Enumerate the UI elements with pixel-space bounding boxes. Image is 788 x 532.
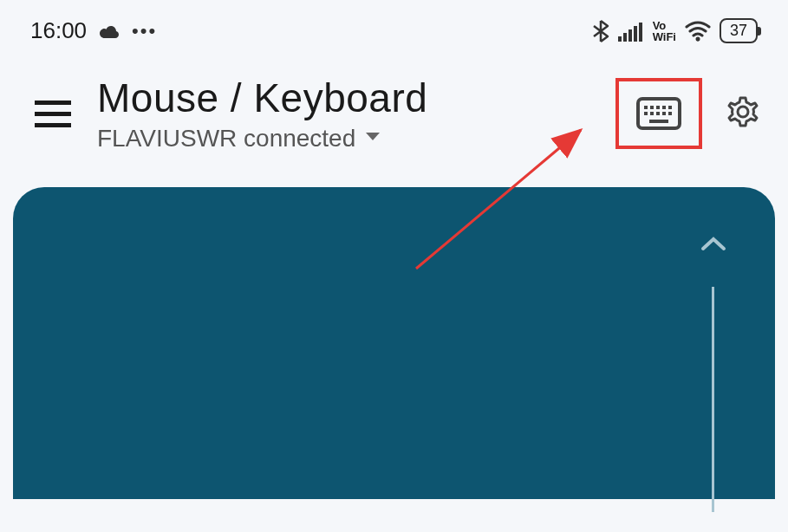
wifi-icon	[685, 21, 711, 42]
svg-rect-7	[644, 106, 648, 109]
connection-dropdown[interactable]: FLAVIUSWR connected	[97, 125, 589, 152]
page-title: Mouse / Keyboard	[97, 75, 589, 121]
battery-indicator: 37	[720, 18, 758, 43]
signal-icon	[618, 21, 644, 42]
status-time: 16:00	[30, 17, 87, 44]
keyboard-button[interactable]	[615, 78, 702, 149]
svg-rect-9	[656, 106, 660, 109]
svg-rect-16	[668, 112, 672, 115]
header-actions	[615, 78, 762, 149]
svg-rect-12	[644, 112, 648, 115]
scroll-track[interactable]	[712, 287, 714, 512]
svg-rect-11	[668, 106, 672, 109]
chevron-down-icon	[364, 131, 381, 146]
svg-rect-1	[623, 33, 627, 42]
status-bar: 16:00 ••• Vo WiFi	[0, 0, 788, 53]
menu-button[interactable]	[35, 101, 71, 127]
svg-rect-3	[634, 26, 637, 42]
svg-rect-14	[656, 112, 660, 115]
touchpad-area[interactable]	[13, 187, 775, 499]
connection-status: FLAVIUSWR connected	[97, 125, 355, 152]
more-icon: •••	[132, 20, 157, 42]
cloud-icon	[97, 23, 121, 40]
scroll-chevron-up-icon[interactable]	[700, 235, 727, 256]
svg-rect-15	[662, 112, 666, 115]
bluetooth-icon	[592, 19, 609, 43]
svg-point-18	[738, 107, 748, 117]
svg-rect-13	[650, 112, 654, 115]
svg-rect-10	[662, 106, 666, 109]
svg-rect-8	[650, 106, 654, 109]
svg-rect-17	[649, 120, 668, 123]
status-right: Vo WiFi 37	[592, 18, 758, 43]
svg-rect-0	[618, 36, 622, 42]
app-header: Mouse / Keyboard FLAVIUSWR connected	[0, 53, 788, 187]
svg-point-5	[695, 36, 700, 41]
settings-button[interactable]	[724, 93, 762, 134]
svg-rect-2	[628, 29, 632, 42]
gear-icon	[724, 93, 762, 131]
title-block: Mouse / Keyboard FLAVIUSWR connected	[97, 75, 589, 152]
status-left: 16:00 •••	[30, 17, 157, 44]
svg-rect-4	[639, 23, 642, 42]
keyboard-icon	[636, 97, 681, 130]
vo-wifi-indicator: Vo WiFi	[653, 20, 676, 42]
